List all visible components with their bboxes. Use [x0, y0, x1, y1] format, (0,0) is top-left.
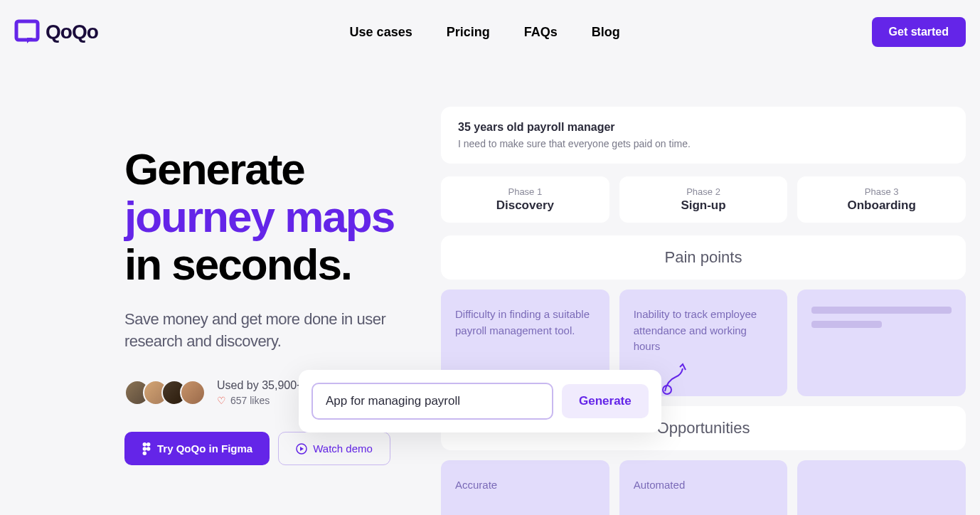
- headline-line3: in seconds.: [124, 240, 351, 289]
- svg-point-4: [147, 447, 150, 450]
- try-figma-label: Try QoQo in Figma: [157, 442, 252, 455]
- opportunity-card: Accurate: [441, 460, 609, 515]
- opportunity-card-placeholder: [797, 460, 966, 515]
- generate-button[interactable]: Generate: [562, 384, 649, 418]
- phase-name: Sign-up: [634, 198, 774, 213]
- phase-discovery: Phase 1 Discovery: [441, 176, 609, 223]
- phase-label: Phase 1: [455, 186, 595, 197]
- persona-card: 35 years old payroll manager I need to m…: [441, 107, 966, 164]
- nav-blog[interactable]: Blog: [592, 25, 620, 40]
- figma-icon: [142, 442, 151, 455]
- nav: Use cases Pricing FAQs Blog: [350, 25, 620, 40]
- logo-icon: [14, 19, 40, 45]
- pain-card-placeholder: [797, 290, 966, 396]
- pain-text: Inability to track employee attendance a…: [634, 307, 774, 355]
- svg-point-7: [663, 386, 671, 394]
- phase-label: Phase 3: [811, 186, 952, 197]
- headline-line2: journey maps: [124, 192, 394, 241]
- header: QoQo Use cases Pricing FAQs Blog Get sta…: [0, 0, 980, 64]
- opportunity-text: Accurate: [455, 477, 595, 494]
- phase-onboarding: Phase 3 Onboarding: [797, 176, 966, 223]
- main-content: Generate journey maps in seconds. Save m…: [0, 107, 980, 515]
- opportunity-cards-row: Accurate Automated: [441, 460, 966, 515]
- logo-text: QoQo: [46, 21, 98, 43]
- heart-icon: ♡: [217, 395, 226, 406]
- persona-title: 35 years old payroll manager: [458, 121, 949, 134]
- watch-demo-label: Watch demo: [313, 442, 373, 455]
- nav-pricing[interactable]: Pricing: [447, 25, 490, 40]
- avatar: [180, 380, 206, 405]
- opportunity-card: Automated: [619, 460, 788, 515]
- try-figma-button[interactable]: Try QoQo in Figma: [124, 432, 270, 465]
- likes-count: 657 likes: [230, 395, 270, 406]
- watch-demo-button[interactable]: Watch demo: [278, 432, 390, 465]
- phase-name: Discovery: [455, 198, 595, 213]
- svg-rect-0: [16, 21, 38, 40]
- opportunity-text: Automated: [634, 477, 774, 494]
- svg-point-3: [143, 447, 147, 450]
- arrow-decoration-icon: [661, 363, 690, 398]
- placeholder: [811, 307, 952, 328]
- generate-panel: Generate: [299, 370, 661, 432]
- phase-label: Phase 2: [634, 186, 774, 197]
- pain-points-header: Pain points: [441, 235, 966, 280]
- svg-point-1: [143, 442, 147, 446]
- demo-preview: 35 years old payroll manager I need to m…: [441, 107, 966, 515]
- nav-faqs[interactable]: FAQs: [524, 25, 558, 40]
- headline: Generate journey maps in seconds.: [124, 146, 412, 289]
- avatar-stack: [124, 380, 206, 405]
- svg-point-2: [147, 442, 150, 446]
- generate-input[interactable]: [311, 383, 553, 420]
- get-started-button[interactable]: Get started: [872, 17, 966, 47]
- phases-row: Phase 1 Discovery Phase 2 Sign-up Phase …: [441, 176, 966, 223]
- cta-buttons: Try QoQo in Figma Watch demo: [124, 432, 412, 465]
- svg-point-5: [143, 452, 147, 455]
- headline-line1: Generate: [124, 144, 304, 193]
- subheadline: Save money and get more done in user res…: [124, 309, 412, 353]
- persona-quote: I need to make sure that everyone gets p…: [458, 138, 949, 149]
- pain-points-title: Pain points: [441, 248, 966, 267]
- play-icon: [296, 443, 307, 455]
- hero-section: Generate journey maps in seconds. Save m…: [14, 107, 412, 515]
- logo[interactable]: QoQo: [14, 19, 98, 45]
- placeholder-line: [811, 307, 952, 314]
- nav-use-cases[interactable]: Use cases: [350, 25, 412, 40]
- placeholder-line: [811, 321, 881, 328]
- phase-name: Onboarding: [811, 198, 952, 213]
- phase-signup: Phase 2 Sign-up: [619, 176, 788, 223]
- pain-text: Difficulty in finding a suitable payroll…: [455, 307, 595, 339]
